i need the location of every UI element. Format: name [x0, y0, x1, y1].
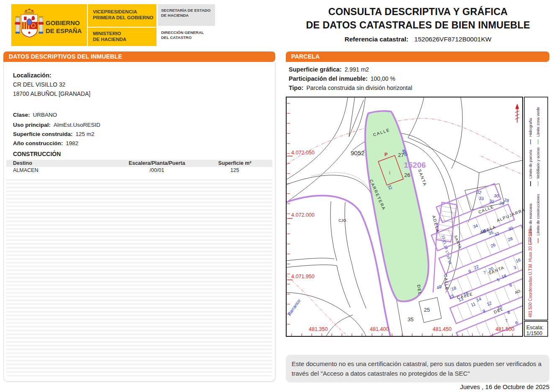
gobierno-line1: GOBIERNO — [46, 19, 82, 27]
legend-label: Límite de construcciones — [536, 194, 540, 236]
map-label: 30 — [494, 193, 499, 199]
map-coordinate-y: 4.072.000 — [291, 212, 315, 218]
secretaria-label: SECRETARÍA DE ESTADO DE HACIENDA — [158, 4, 215, 26]
dept1-line1: VICEPRESIDENCIA — [93, 9, 154, 15]
map-coordinate-x: 481.450 — [433, 326, 451, 332]
clase-value: URBANO — [33, 112, 57, 118]
col-superficie: Superficie m² — [210, 160, 260, 166]
map-label: 31 — [489, 198, 495, 204]
divider — [88, 27, 156, 28]
disclaimer-box: Este documento no es una certificación c… — [286, 355, 549, 382]
dept2-line2: DE HACIENDA — [93, 36, 154, 42]
gobierno-line2: DE ESPAÑA — [46, 27, 82, 35]
legend-label: Hidrografía — [528, 118, 533, 137]
title-line1: CONSULTA DESCRIPTIVA Y GRÁFICA — [286, 5, 550, 18]
map-label: CJO. — [339, 218, 347, 223]
superficie-construida-value: 125 m2 — [76, 131, 95, 137]
referencia-catastral: Referencia catastral:1520626VF8712B0001K… — [286, 36, 550, 43]
map-coordinate-y: 4.071.950 — [291, 274, 315, 279]
construccion-table-header: Destino Escalera/Planta/Puerta Superfici… — [6, 160, 272, 167]
localizacion-line2: 18700 ALBUÑOL [GRANADA] — [13, 91, 90, 97]
superficie-grafica-label: Superficie gráfica: — [289, 66, 342, 73]
dept1-line2: PRIMERA DEL GOBIERNO — [93, 15, 154, 20]
cell-destino: ALMACEN — [13, 167, 38, 173]
ref-label: Referencia catastral: — [345, 36, 409, 43]
map-coordinate-x: 481.500 — [495, 326, 514, 332]
direccion-general-label: DIRECCIÓN GENERAL DEL CATASTRO — [158, 28, 215, 42]
cadastral-map: CALLESANTACARRETERAADELADELCJO.CALLECALL… — [286, 97, 548, 337]
participacion-label: Participación del inmueble: — [289, 75, 368, 82]
gobierno-logo-block: GOBIERNO DE ESPAÑA — [11, 4, 87, 46]
scale-value: 1/1500 — [526, 331, 542, 336]
uso-value: AlmEst.UsoRESID — [54, 122, 100, 128]
clase-label: Clase: — [13, 112, 30, 118]
document-title: CONSULTA DESCRIPTIVA Y GRÁFICA DE DATOS … — [286, 5, 550, 43]
construccion-title: CONSTRUCCIÓN — [13, 151, 61, 157]
document-date: Jueves , 16 de Octubre de 2025 — [286, 383, 549, 390]
vicepresidencia-label: VICEPRESIDENCIA PRIMERA DEL GOBIERNO — [93, 9, 154, 20]
map-label: 15206 — [404, 161, 426, 169]
parcela-info: Superficie gráfica:2.991 m2 Participació… — [289, 66, 548, 94]
gobierno-text: GOBIERNO DE ESPAÑA — [46, 19, 82, 35]
scale-label: Escala: — [526, 325, 544, 331]
map-coordinate-x: 481.350 — [309, 326, 328, 332]
ref-value: 1520626VF8712B0001KW — [414, 36, 491, 43]
tipo-value: Parcela construida sin división horizont… — [306, 85, 412, 91]
participacion-value: 100,00 % — [371, 75, 395, 82]
legend-label: Límite de parcela — [528, 150, 533, 179]
datos-descriptivos-panel: Localización: CR DEL VISILLO 32 18700 AL… — [3, 62, 275, 382]
spain-coat-of-arms — [15, 7, 44, 44]
title-line2: DE DATOS CATASTRALES DE BIEN INMUEBLE — [286, 18, 550, 32]
map-label: 33 — [479, 195, 484, 201]
map-label: 26 — [404, 172, 410, 178]
map-label: 25 — [424, 307, 430, 313]
construccion-table-row: ALMACEN /00/01 125 — [6, 167, 272, 174]
cadastral-consulta-page: { "header": { "logo": { "line1": "GOBIER… — [0, 0, 554, 392]
map-coordinate-x: 481.400 — [370, 326, 389, 332]
localizacion-label: Localización: — [13, 72, 51, 79]
map-coordinate-y: 4.072.050 — [291, 150, 315, 156]
uso-label: Uso principal: — [13, 122, 51, 128]
localizacion-line1: CR DEL VISILLO 32 — [13, 82, 65, 88]
map-label: P — [385, 152, 387, 157]
col-destino: Destino — [13, 160, 32, 166]
empty-table-rows — [6, 177, 272, 377]
legend-label: Límite zona verde — [536, 107, 540, 137]
parcela-header: PARCELA — [286, 51, 549, 62]
dept2-line1: MINISTERIO — [93, 31, 154, 36]
cadastral-map-container: CALLESANTACARRETERAADELADELCJO.CALLECALL… — [286, 97, 548, 337]
ministry-block: VICEPRESIDENCIA PRIMERA DEL GOBIERNO MIN… — [88, 4, 156, 46]
ministerio-label: MINISTERIO DE HACIENDA — [93, 31, 154, 42]
col-escalera: Escalera/Planta/Puerta — [107, 160, 207, 166]
map-label: I — [389, 171, 390, 175]
tipo-label: Tipo: — [289, 85, 303, 91]
ano-construccion-label: Año construcción: — [13, 140, 63, 146]
legend-label: Mobiliario y aceras — [536, 147, 540, 179]
cell-superficie: 125 — [210, 167, 260, 173]
datos-descriptivos-header: DATOS DESCRIPTIVOS DEL INMUEBLE — [3, 51, 275, 62]
cell-escalera: /00/01 — [107, 167, 207, 173]
map-label: 35 — [408, 316, 413, 323]
map-label: 9052 — [351, 149, 364, 156]
superficie-construida-label: Superficie construida: — [13, 131, 73, 137]
secretary-block: SECRETARÍA DE ESTADO DE HACIENDA DIRECCI… — [158, 4, 215, 46]
superficie-grafica-value: 2.991 m2 — [345, 66, 369, 73]
legend-coordinate-note: 481.500 Coordenadas U.T.M. Huso 30 ETRS8… — [528, 229, 533, 318]
ano-construccion-value: 1982 — [66, 140, 78, 146]
